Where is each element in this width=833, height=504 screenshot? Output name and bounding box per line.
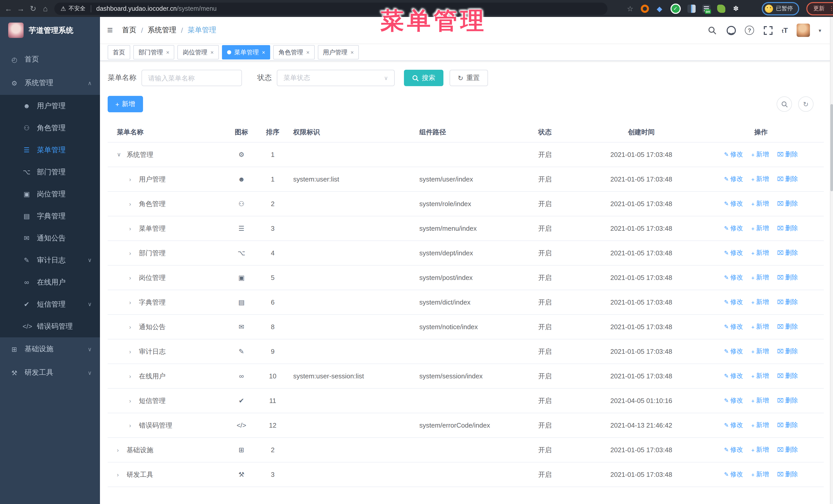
delete-link[interactable]: ⌧删除 — [777, 298, 798, 307]
search-icon[interactable] — [707, 25, 717, 35]
table-row[interactable]: ›菜单管理 ☰ 3 system/menu/index 开启 2021-01-0… — [108, 216, 824, 241]
security-warning[interactable]: ⚠ 不安全 — [61, 5, 86, 12]
sidebar-item-sms[interactable]: ✔ 短信管理 ∨ — [0, 293, 100, 315]
add-link[interactable]: +新增 — [751, 175, 769, 184]
reset-button[interactable]: ↻ 重置 — [450, 70, 488, 86]
breadcrumb-home[interactable]: 首页 — [122, 26, 136, 35]
expand-icon[interactable]: › — [129, 299, 134, 305]
status-select[interactable]: 菜单状态 ∨ — [277, 70, 395, 86]
delete-link[interactable]: ⌧删除 — [777, 249, 798, 257]
tab-dept[interactable]: 部门管理 × — [133, 45, 174, 59]
user-avatar[interactable] — [796, 24, 810, 37]
table-row[interactable]: ›字典管理 ▤ 6 system/dict/index 开启 2021-01-0… — [108, 290, 824, 315]
delete-link[interactable]: ⌧删除 — [777, 446, 798, 454]
show-search-button[interactable] — [777, 96, 792, 112]
sidebar-item-user[interactable]: ☻ 用户管理 — [0, 95, 100, 117]
sidebar-item-post[interactable]: ▣ 岗位管理 — [0, 183, 100, 205]
home-icon[interactable]: ⌂ — [42, 4, 49, 13]
add-link[interactable]: +新增 — [751, 273, 769, 282]
bookmark-star-icon[interactable]: ☆ — [627, 4, 633, 13]
collapse-icon[interactable]: ∨ — [117, 151, 122, 158]
delete-link[interactable]: ⌧删除 — [777, 421, 798, 430]
extension-list-icon[interactable]: on — [702, 4, 710, 13]
close-icon[interactable]: × — [262, 49, 265, 55]
sidebar-item-error-code[interactable]: </> 错误码管理 — [0, 315, 100, 337]
back-icon[interactable]: ← — [5, 4, 12, 13]
delete-link[interactable]: ⌧删除 — [777, 372, 798, 380]
table-row[interactable]: ›角色管理 ⚇ 2 system/role/index 开启 2021-01-0… — [108, 192, 824, 216]
table-row[interactable]: ›基础设施 ⊞ 2 开启 2021-01-05 17:03:48 ✎修改 +新增… — [108, 438, 824, 462]
expand-icon[interactable]: › — [129, 201, 134, 207]
close-icon[interactable]: × — [351, 49, 354, 55]
delete-link[interactable]: ⌧删除 — [777, 470, 798, 479]
reload-icon[interactable]: ↻ — [29, 4, 37, 13]
table-row[interactable]: ›通知公告 ✉ 8 system/notice/index 开启 2021-01… — [108, 315, 824, 339]
help-icon[interactable]: ? — [745, 26, 754, 35]
font-size-icon[interactable]: tT — [782, 26, 788, 34]
delete-link[interactable]: ⌧删除 — [777, 175, 798, 184]
expand-icon[interactable]: › — [129, 225, 134, 232]
extension-orange-icon[interactable] — [641, 4, 649, 13]
extension-plant-icon[interactable] — [717, 4, 725, 13]
edit-link[interactable]: ✎修改 — [724, 372, 743, 380]
extension-split-icon[interactable] — [687, 4, 695, 13]
forward-icon[interactable]: → — [17, 4, 25, 13]
add-button[interactable]: + 新增 — [108, 96, 143, 112]
fullscreen-icon[interactable] — [763, 25, 773, 35]
delete-link[interactable]: ⌧删除 — [777, 347, 798, 356]
tab-post[interactable]: 岗位管理 × — [177, 45, 219, 59]
delete-link[interactable]: ⌧删除 — [777, 273, 798, 282]
browser-update-button[interactable]: 更新 ⋮ — [806, 2, 833, 15]
edit-link[interactable]: ✎修改 — [724, 347, 743, 356]
add-link[interactable]: +新增 — [751, 470, 769, 479]
edit-link[interactable]: ✎修改 — [724, 150, 743, 159]
table-row[interactable]: ›研发工具 ⚒ 3 开启 2021-01-05 17:03:48 ✎修改 +新增… — [108, 462, 824, 487]
expand-icon[interactable]: › — [117, 472, 122, 478]
sidebar-item-menu[interactable]: ☰ 菜单管理 — [0, 139, 100, 161]
add-link[interactable]: +新增 — [751, 150, 769, 159]
delete-link[interactable]: ⌧删除 — [777, 396, 798, 405]
edit-link[interactable]: ✎修改 — [724, 249, 743, 257]
sidebar-item-role[interactable]: ⚇ 角色管理 — [0, 117, 100, 139]
table-row[interactable]: ›错误码管理 </> 12 system/errorCode/index 开启 … — [108, 413, 824, 438]
sidebar-item-home[interactable]: ◴ 首页 — [0, 48, 100, 71]
expand-icon[interactable]: › — [129, 422, 134, 428]
app-logo-row[interactable]: 芋道管理系统 — [0, 17, 100, 44]
breadcrumb-system[interactable]: 系统管理 — [148, 26, 176, 35]
delete-link[interactable]: ⌧删除 — [777, 322, 798, 331]
tab-user[interactable]: 用户管理 × — [318, 45, 359, 59]
add-link[interactable]: +新增 — [751, 298, 769, 307]
edit-link[interactable]: ✎修改 — [724, 199, 743, 208]
expand-icon[interactable]: › — [129, 349, 134, 355]
tab-role[interactable]: 角色管理 × — [273, 45, 315, 59]
tab-home[interactable]: 首页 — [108, 45, 130, 59]
expand-icon[interactable]: › — [129, 176, 134, 182]
sidebar-item-infra[interactable]: ⊞ 基础设施 ∨ — [0, 337, 100, 361]
extension-check-icon[interactable]: ✓ — [670, 3, 681, 14]
close-icon[interactable]: × — [166, 49, 169, 55]
expand-icon[interactable]: › — [129, 373, 134, 379]
expand-icon[interactable]: › — [129, 274, 134, 281]
add-link[interactable]: +新增 — [751, 372, 769, 380]
add-link[interactable]: +新增 — [751, 396, 769, 405]
close-icon[interactable]: × — [306, 49, 310, 55]
add-link[interactable]: +新增 — [751, 421, 769, 430]
tab-menu[interactable]: 菜单管理 × — [222, 45, 270, 59]
sidebar-item-dept[interactable]: ⌥ 部门管理 — [0, 161, 100, 183]
add-link[interactable]: +新增 — [751, 347, 769, 356]
edit-link[interactable]: ✎修改 — [724, 175, 743, 184]
edit-link[interactable]: ✎修改 — [724, 421, 743, 430]
add-link[interactable]: +新增 — [751, 249, 769, 257]
refresh-table-button[interactable]: ↻ — [798, 96, 813, 112]
avatar-caret-icon[interactable]: ▾ — [819, 27, 821, 33]
edit-link[interactable]: ✎修改 — [724, 224, 743, 233]
github-icon[interactable] — [726, 25, 736, 35]
delete-link[interactable]: ⌧删除 — [777, 150, 798, 159]
edit-link[interactable]: ✎修改 — [724, 322, 743, 331]
delete-link[interactable]: ⌧删除 — [777, 224, 798, 233]
profile-paused-chip[interactable]: 已暂停 — [761, 2, 799, 15]
sidebar-item-system[interactable]: ⚙ 系统管理 ∧ — [0, 71, 100, 95]
expand-icon[interactable]: › — [117, 447, 122, 453]
edit-link[interactable]: ✎修改 — [724, 396, 743, 405]
delete-link[interactable]: ⌧删除 — [777, 199, 798, 208]
